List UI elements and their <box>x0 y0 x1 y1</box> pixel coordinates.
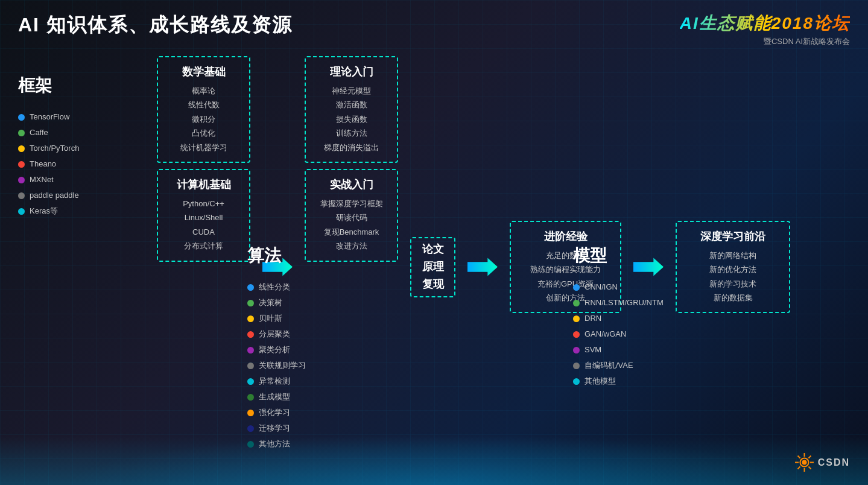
list-item-text: paddle paddle <box>30 188 79 203</box>
dot-icon <box>18 192 25 199</box>
list-item-text: 迁移学习 <box>259 420 290 436</box>
list-item: Theano <box>18 156 145 172</box>
dot-icon <box>573 284 580 291</box>
logo-title: AI生态赋能2018论坛 <box>680 12 850 35</box>
advanced-title: 进阶经验 <box>521 229 610 244</box>
list-item: 异常检测 <box>247 373 507 389</box>
list-item: 其他模型 <box>573 373 784 389</box>
box-item: 神经元模型 <box>315 84 387 98</box>
list-item-text: Caffe <box>30 125 48 141</box>
list-item-text: SVM <box>584 342 601 358</box>
spacer-left <box>18 244 145 452</box>
list-item-text: 聚类分析 <box>259 342 290 358</box>
box-item: 研读代码 <box>315 211 387 224</box>
list-item-text: 分层聚类 <box>259 326 290 342</box>
list-item: 聚类分析 <box>247 342 507 358</box>
logo-subtitle: 暨CSDN AI新战略发布会 <box>764 36 850 47</box>
list-item-text: Theano <box>30 156 56 172</box>
dot-icon <box>18 145 25 152</box>
csdn-bottom-logo: CSDN <box>794 452 850 473</box>
svg-line-11 <box>797 467 800 469</box>
box-item: 激活函数 <box>315 98 387 112</box>
dot-icon <box>247 331 254 338</box>
dot-icon <box>247 410 254 416</box>
logo-area: AI生态赋能2018论坛 暨CSDN AI新战略发布会 <box>680 12 850 47</box>
list-item: Torch/PyTorch <box>18 141 145 156</box>
dot-icon <box>247 378 254 385</box>
computer-title: 计算机基础 <box>168 177 239 192</box>
dot-icon <box>573 363 580 369</box>
dot-icon <box>18 130 25 136</box>
main-container: AI 知识体系、成长路线及资源 AI生态赋能2018论坛 暨CSDN AI新战略… <box>0 0 868 485</box>
theory-title: 理论入门 <box>315 65 387 79</box>
list-item: paddle paddle <box>18 188 145 203</box>
csdn-gear-icon <box>794 452 815 473</box>
dot-icon <box>18 161 25 168</box>
svg-line-12 <box>808 456 811 458</box>
box-item: 训练方法 <box>315 126 387 140</box>
list-item: 关联规则学习 <box>247 358 507 373</box>
dot-icon <box>573 378 580 385</box>
dot-icon <box>247 284 254 291</box>
list-item: MXNet <box>18 172 145 188</box>
math-box: 数学基础 概率论线性代数微积分凸优化统计机器学习 <box>157 56 250 163</box>
list-item: 强化学习 <box>247 405 507 420</box>
list-item-text: 关联规则学习 <box>259 358 306 373</box>
list-item-text: 自编码机/VAE <box>584 358 633 373</box>
dot-icon <box>247 315 254 322</box>
box-item: 损失函数 <box>315 112 387 126</box>
box-item: 微积分 <box>168 112 239 126</box>
list-item-text: MXNet <box>30 172 54 188</box>
box-item: 线性代数 <box>168 98 239 112</box>
svg-line-9 <box>797 456 800 458</box>
box-item: CUDA <box>168 225 239 239</box>
list-item-text: 其他模型 <box>584 373 616 389</box>
box-item: Linux/Shell <box>168 211 239 224</box>
list-item-text: Keras等 <box>30 203 58 219</box>
header: AI 知识体系、成长路线及资源 AI生态赋能2018论坛 暨CSDN AI新战略… <box>18 12 850 47</box>
algorithm-section: 算法 线性分类决策树贝叶斯分层聚类聚类分析关联规则学习异常检测生成模型强化学习迁… <box>247 244 507 452</box>
box-item: 掌握深度学习框架 <box>315 197 387 211</box>
list-item: Caffe <box>18 125 145 141</box>
bottom-sections: 算法 线性分类决策树贝叶斯分层聚类聚类分析关联规则学习异常检测生成模型强化学习迁… <box>18 244 850 452</box>
dot-icon <box>247 300 254 306</box>
list-item-text: 线性分类 <box>259 279 290 295</box>
box-item: Python/C++ <box>168 197 239 211</box>
list-item: 线性分类 <box>247 279 507 295</box>
box-item: 梯度的消失溢出 <box>315 141 387 154</box>
csdn-label: CSDN <box>818 457 850 468</box>
dot-icon <box>18 114 25 121</box>
list-item-text: 强化学习 <box>259 405 290 420</box>
deep-title: 深度学习前沿 <box>686 229 779 244</box>
list-item-text: DRN <box>584 311 601 326</box>
list-item: GAN/wGAN <box>573 326 784 342</box>
list-item: CNN/IGN <box>573 279 784 295</box>
list-item: DRN <box>573 311 784 326</box>
list-item: TensorFlow <box>18 109 145 125</box>
list-item: 其他方法 <box>247 436 507 452</box>
list-item: Keras等 <box>18 203 145 219</box>
list-item-text: 异常检测 <box>259 373 290 389</box>
dot-icon <box>247 347 254 353</box>
dot-icon <box>573 300 580 306</box>
list-item-text: GAN/wGAN <box>584 326 626 342</box>
dot-icon <box>247 425 254 432</box>
model-label: 模型 <box>573 244 784 267</box>
dot-icon <box>18 177 25 183</box>
list-item: SVM <box>573 342 784 358</box>
framework-list: TensorFlowCaffeTorch/PyTorchTheanoMXNetp… <box>18 109 145 219</box>
theory-items: 神经元模型激活函数损失函数训练方法梯度的消失溢出 <box>315 84 387 154</box>
list-item-text: TensorFlow <box>30 109 69 125</box>
page-title: AI 知识体系、成长路线及资源 <box>18 12 293 39</box>
model-list: CNN/IGNRNN/LSTM/GRU/NTMDRNGAN/wGANSVM自编码… <box>573 279 784 389</box>
framework-label: 框架 <box>18 74 145 97</box>
list-item-text: 生成模型 <box>259 389 290 405</box>
box-item: 凸优化 <box>168 126 239 140</box>
algorithm-label: 算法 <box>247 244 507 267</box>
list-item: 分层聚类 <box>247 326 507 342</box>
dot-icon <box>247 441 254 448</box>
list-item-text: 决策树 <box>259 295 282 311</box>
math-items: 概率论线性代数微积分凸优化统计机器学习 <box>168 84 239 154</box>
list-item-text: 其他方法 <box>259 436 290 452</box>
dot-icon <box>18 208 25 215</box>
